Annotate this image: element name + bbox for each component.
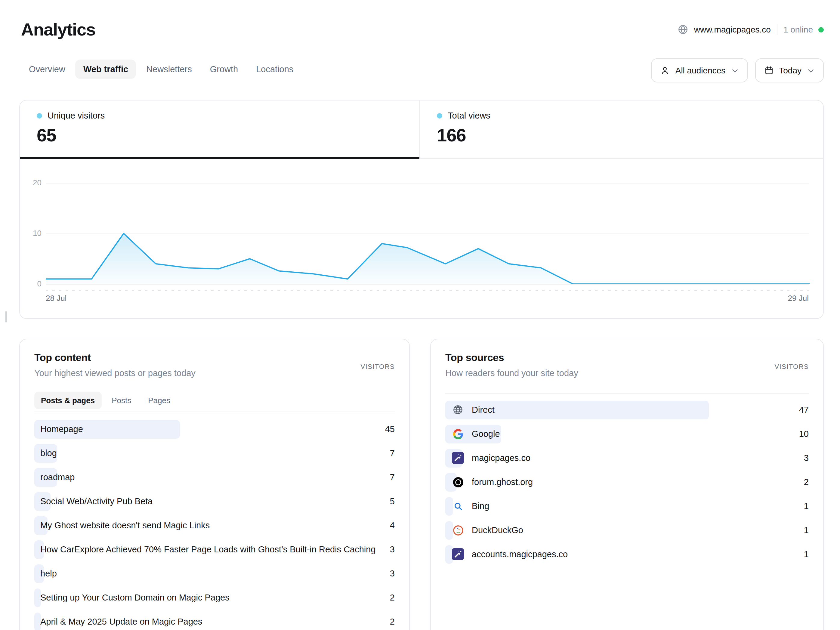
google-icon xyxy=(452,428,464,440)
y-tick-label: 0 xyxy=(20,279,41,288)
online-dot xyxy=(818,27,824,32)
content-row-visitors: 2 xyxy=(390,609,395,630)
content-tab-posts-pages[interactable]: Posts & pages xyxy=(34,392,101,409)
content-row-visitors: 3 xyxy=(390,537,395,561)
source-row-visitors: 47 xyxy=(799,398,809,422)
content-row[interactable]: Social Web/Activity Pub Beta5 xyxy=(34,489,395,513)
content-row[interactable]: help3 xyxy=(34,561,395,586)
unique-visitors-dot xyxy=(37,113,42,118)
y-tick-label: 20 xyxy=(20,178,41,187)
source-row-visitors: 10 xyxy=(799,422,809,446)
source-row-visitors: 3 xyxy=(804,446,809,470)
y-tick-label: 10 xyxy=(20,229,41,238)
page-title: Analytics xyxy=(21,20,95,40)
content-row-visitors: 5 xyxy=(390,489,395,513)
site-domain[interactable]: www.magicpages.co xyxy=(678,24,771,35)
stat-value: 65 xyxy=(37,125,419,145)
divider xyxy=(34,412,395,412)
duckduckgo-icon xyxy=(452,524,464,536)
content-tab-posts[interactable]: Posts xyxy=(105,392,138,409)
source-row-label: Direct xyxy=(472,398,494,422)
chevron-down-icon xyxy=(807,66,815,74)
card-subtitle: How readers found your site today xyxy=(445,368,578,378)
content-row-visitors: 7 xyxy=(390,465,395,489)
chevron-down-icon xyxy=(731,66,739,74)
content-tab-pages[interactable]: Pages xyxy=(141,392,177,409)
filters: All audiences Today xyxy=(651,58,824,82)
divider xyxy=(445,393,809,393)
content-row-label: Homepage xyxy=(40,417,83,441)
globe-icon xyxy=(678,24,688,35)
content-row-label: roadmap xyxy=(40,465,74,489)
visitors-area-chart xyxy=(46,172,810,284)
person-icon xyxy=(660,66,670,75)
source-row-visitors: 1 xyxy=(804,542,809,566)
content-row[interactable]: blog7 xyxy=(34,441,395,465)
tab-web-traffic[interactable]: Web traffic xyxy=(76,60,136,79)
top-sources-card: Top sources How readers found your site … xyxy=(430,339,824,630)
online-status: 1 online xyxy=(783,25,824,34)
tab-overview[interactable]: Overview xyxy=(21,60,73,79)
date-range-button[interactable]: Today xyxy=(755,58,824,82)
globe-icon xyxy=(452,404,464,416)
stat-total-views[interactable]: Total views 166 xyxy=(420,101,823,159)
stat-value: 166 xyxy=(437,125,823,145)
source-row-visitors: 2 xyxy=(804,470,809,494)
magicpages-icon xyxy=(452,452,464,464)
audience-filter-button[interactable]: All audiences xyxy=(651,58,748,82)
content-row[interactable]: roadmap7 xyxy=(34,465,395,489)
source-row[interactable]: DuckDuckGo1 xyxy=(445,518,809,542)
web-traffic-card: Unique visitors 65 Total views 166 20 10… xyxy=(19,100,824,319)
divider xyxy=(777,24,777,35)
magicpages-icon xyxy=(452,548,464,560)
source-row-label: Google xyxy=(472,422,500,446)
calendar-icon xyxy=(764,66,774,75)
source-row-label: forum.ghost.org xyxy=(472,470,533,494)
bing-icon xyxy=(452,500,464,512)
content-row[interactable]: How CarExplore Achieved 70% Faster Page … xyxy=(34,537,395,561)
card-title: Top sources xyxy=(445,352,504,364)
source-row[interactable]: forum.ghost.org2 xyxy=(445,470,809,494)
content-row-label: My Ghost website doesn't send Magic Link… xyxy=(40,513,210,537)
source-row-visitors: 1 xyxy=(804,494,809,518)
top-sources-list: Direct47Google10magicpages.co3forum.ghos… xyxy=(445,398,809,566)
top-content-list: Homepage45blog7roadmap7Social Web/Activi… xyxy=(34,417,395,630)
stat-label: Total views xyxy=(448,111,490,120)
source-row-label: magicpages.co xyxy=(472,446,531,470)
stat-row: Unique visitors 65 Total views 166 xyxy=(20,101,823,159)
tab-locations[interactable]: Locations xyxy=(248,60,301,79)
content-row[interactable]: Homepage45 xyxy=(34,417,395,441)
source-row[interactable]: Bing1 xyxy=(445,494,809,518)
content-row[interactable]: April & May 2025 Update on Magic Pages2 xyxy=(34,609,395,630)
source-row[interactable]: Direct47 xyxy=(445,398,809,422)
content-row-label: help xyxy=(40,561,57,586)
content-row-bar xyxy=(34,588,41,607)
x-axis-end-label: 29 Jul xyxy=(788,294,809,303)
source-row[interactable]: Google10 xyxy=(445,422,809,446)
site-row: www.magicpages.co 1 online xyxy=(678,24,824,35)
stat-unique-visitors[interactable]: Unique visitors 65 xyxy=(20,101,420,159)
nav-tabs: OverviewWeb trafficNewslettersGrowthLoca… xyxy=(21,60,301,79)
content-row-visitors: 7 xyxy=(390,441,395,465)
ghost-forum-icon xyxy=(452,476,464,488)
content-type-tabs: Posts & pagesPostsPages xyxy=(34,392,177,409)
content-row-visitors: 45 xyxy=(385,417,395,441)
gridline-0 xyxy=(46,284,809,284)
source-row-label: DuckDuckGo xyxy=(472,518,523,542)
x-axis-start-label: 28 Jul xyxy=(46,294,66,303)
content-row-label: blog xyxy=(40,441,57,465)
content-row-bar xyxy=(34,612,41,630)
content-row[interactable]: My Ghost website doesn't send Magic Link… xyxy=(34,513,395,537)
visitors-column-header: VISITORS xyxy=(775,363,809,370)
top-content-card: Top content Your highest viewed posts or… xyxy=(19,339,410,630)
x-axis-ticks xyxy=(46,290,809,291)
content-row[interactable]: Setting up Your Custom Domain on Magic P… xyxy=(34,586,395,609)
stat-label: Unique visitors xyxy=(47,111,105,120)
source-row[interactable]: magicpages.co3 xyxy=(445,446,809,470)
source-row-visitors: 1 xyxy=(804,518,809,542)
source-row[interactable]: accounts.magicpages.co1 xyxy=(445,542,809,566)
tab-newsletters[interactable]: Newsletters xyxy=(138,60,200,79)
tab-growth[interactable]: Growth xyxy=(202,60,246,79)
total-views-dot xyxy=(437,113,442,118)
scrollbar-fragment[interactable] xyxy=(5,311,6,322)
